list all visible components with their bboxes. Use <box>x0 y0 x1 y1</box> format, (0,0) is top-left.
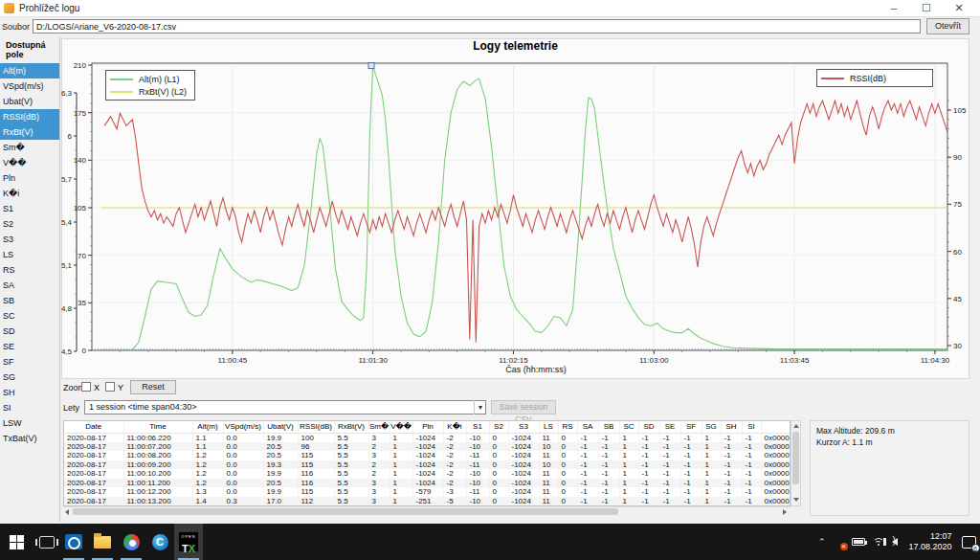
table-cell: 3 <box>368 433 390 442</box>
table-row[interactable]: 2020-08-1711:00:06.2201.10.019.91005.531… <box>64 433 791 442</box>
sidebar-item-alt-m-[interactable]: Alt(m) <box>0 63 59 78</box>
sidebar-item-vspd-m-s-[interactable]: VSpd(m/s) <box>0 78 59 94</box>
column-header[interactable]: Date <box>64 421 123 433</box>
sidebar-item-sf[interactable]: SF <box>0 354 59 370</box>
column-header[interactable]: RS <box>558 421 577 433</box>
table-cell: 0x0000 <box>761 433 791 442</box>
scroll-right-icon[interactable] <box>783 509 787 515</box>
taskbar-item-c-app[interactable]: C <box>145 524 174 560</box>
column-header[interactable]: Pln <box>412 421 443 433</box>
table-row[interactable]: 2020-08-1711:00:13.2001.40.317.01125.531… <box>64 497 791 506</box>
sidebar-item-s2[interactable]: S2 <box>0 216 59 232</box>
sidebar-item-sh[interactable]: SH <box>0 385 59 400</box>
column-header[interactable]: K�i <box>443 421 466 433</box>
notification-center-icon[interactable]: 6 <box>962 536 976 549</box>
outlook-icon <box>65 534 82 549</box>
sidebar-item-lsw[interactable]: LSW <box>0 415 59 431</box>
chevron-down-icon[interactable]: ▼ <box>474 400 486 414</box>
axis-tick-label: 45 <box>953 295 962 303</box>
sidebar-item-sb[interactable]: SB <box>0 293 59 308</box>
sidebar-item-pln[interactable]: Pln <box>0 170 59 186</box>
taskbar-item-explorer[interactable] <box>88 524 117 560</box>
column-header[interactable]: SA <box>577 421 598 433</box>
zoom-x-checkbox[interactable] <box>81 382 91 392</box>
sidebar-item-sg[interactable]: SG <box>0 370 59 385</box>
session-select[interactable]: 1 session <time span04:30> <box>84 400 486 414</box>
sidebar-item-sc[interactable]: SC <box>0 308 59 324</box>
reset-button[interactable]: Reset <box>130 380 176 394</box>
vertical-scroll-thumb[interactable] <box>792 432 799 484</box>
column-header[interactable] <box>761 421 791 433</box>
sidebar-item-si[interactable]: SI <box>0 400 59 415</box>
maximize-button[interactable]: ☐ <box>911 0 942 17</box>
column-header[interactable]: VSpd(m/s) <box>223 421 263 433</box>
sidebar-item-v-[interactable]: V�� <box>0 155 59 170</box>
task-view-button[interactable] <box>33 524 61 560</box>
horizontal-scroll-thumb[interactable] <box>73 508 618 515</box>
onedrive-icon[interactable]: ✕ <box>835 537 844 548</box>
table-vertical-scrollbar[interactable] <box>791 420 801 506</box>
volume-icon[interactable] <box>892 538 898 546</box>
log-table-container[interactable]: DateTimeAlt(m)VSpd(m/s)Ubat(V)RSSI(dB)Rx… <box>63 420 791 506</box>
taskbar-item-outlook[interactable] <box>59 524 88 560</box>
column-header[interactable]: SE <box>659 421 680 433</box>
sidebar-item-txbat-v-[interactable]: TxBat(V) <box>0 431 59 446</box>
table-row[interactable]: 2020-08-1711:00:10.2001.20.019.91165.521… <box>64 469 791 479</box>
taskbar-item-chrome[interactable] <box>117 524 145 560</box>
column-header[interactable]: RSSI(dB) <box>298 421 334 433</box>
sidebar-item-k-i[interactable]: K�i <box>0 186 59 201</box>
minimize-button[interactable]: – <box>879 0 909 17</box>
zoom-y-checkbox[interactable] <box>105 382 115 392</box>
taskbar-item-opentx[interactable]: OPEN TX <box>174 524 203 560</box>
column-header[interactable]: SF <box>680 421 702 433</box>
column-header[interactable]: SI <box>742 421 761 433</box>
table-cell: 115 <box>298 460 334 470</box>
sidebar-item-rssi-db-[interactable]: RSSI(dB) <box>0 109 59 124</box>
scroll-up-icon[interactable] <box>793 424 799 428</box>
column-header[interactable]: RxBt(V) <box>334 421 368 433</box>
column-header[interactable]: Time <box>123 421 192 433</box>
close-button[interactable]: ✕ <box>944 0 974 17</box>
table-horizontal-scrollbar[interactable] <box>63 506 791 516</box>
table-row[interactable]: 2020-08-1711:00:12.2001.30.019.91155.531… <box>64 487 791 497</box>
sidebar-item-sd[interactable]: SD <box>0 324 59 339</box>
sidebar-item-sa[interactable]: SA <box>0 278 59 293</box>
sidebar-item-ls[interactable]: LS <box>0 247 59 262</box>
table-row[interactable]: 2020-08-1711:00:11.2001.20.020.51165.531… <box>64 479 791 488</box>
column-header[interactable]: LS <box>539 421 558 433</box>
column-header[interactable]: SD <box>638 421 659 433</box>
scroll-down-icon[interactable] <box>793 498 799 502</box>
cursor-a-marker[interactable] <box>368 63 374 69</box>
table-row[interactable]: 2020-08-1711:00:07.2001.10.020.5965.521-… <box>64 442 791 452</box>
column-header[interactable]: SH <box>721 421 742 433</box>
column-header[interactable]: S1 <box>466 421 489 433</box>
battery-icon[interactable] <box>852 538 865 546</box>
column-header[interactable]: SB <box>598 421 619 433</box>
taskbar-clock[interactable]: 12:07 17.08.2020 <box>909 531 952 552</box>
column-header[interactable]: V�� <box>390 421 412 433</box>
scroll-left-icon[interactable] <box>65 509 69 515</box>
sidebar-item-s1[interactable]: S1 <box>0 201 59 216</box>
table-row[interactable]: 2020-08-1711:00:08.2001.20.020.51155.531… <box>64 451 791 460</box>
open-button[interactable]: Otevřít <box>926 18 969 34</box>
file-path-input[interactable] <box>33 19 921 34</box>
save-session-button[interactable]: Save session CSV <box>491 400 556 414</box>
column-header[interactable]: SC <box>619 421 638 433</box>
table-row[interactable]: 2020-08-1711:00:09.2001.20.019.31155.521… <box>64 460 791 470</box>
start-button[interactable] <box>2 524 31 560</box>
column-header[interactable]: Ubat(V) <box>263 421 298 433</box>
sidebar-item-se[interactable]: SE <box>0 339 59 354</box>
column-header[interactable]: S3 <box>508 421 539 433</box>
sidebar-item-rs[interactable]: RS <box>0 262 59 278</box>
sidebar-item-sm-[interactable]: Sm� <box>0 140 59 155</box>
column-header[interactable]: SG <box>702 421 721 433</box>
telemetry-chart[interactable]: 11:00:4511:01:3011:02:1511:03:0011:03:45… <box>61 38 969 385</box>
tray-expand-icon[interactable]: ⌃ <box>818 537 826 547</box>
table-cell: 0 <box>489 451 508 460</box>
column-header[interactable]: Alt(m) <box>192 421 223 433</box>
column-header[interactable]: Sm� <box>368 421 390 433</box>
sidebar-item-ubat-v-[interactable]: Ubat(V) <box>0 94 59 109</box>
sidebar-item-s3[interactable]: S3 <box>0 232 59 247</box>
sidebar-item-rxbt-v-[interactable]: RxBt(V) <box>0 124 59 140</box>
column-header[interactable]: S2 <box>489 421 508 433</box>
